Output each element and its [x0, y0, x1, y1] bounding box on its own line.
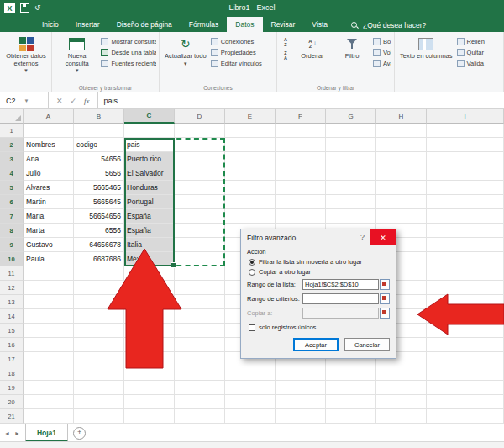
- cell-H6[interactable]: [376, 195, 427, 209]
- cell-C13[interactable]: [124, 295, 175, 309]
- cell-G5[interactable]: [326, 181, 376, 195]
- criteria-range-input[interactable]: [302, 293, 379, 304]
- column-header-G[interactable]: G: [326, 109, 376, 124]
- sort-az-button[interactable]: AZ: [281, 38, 291, 47]
- cell-G7[interactable]: [326, 209, 376, 224]
- row-header-9[interactable]: 9: [0, 238, 24, 252]
- row-header-4[interactable]: 4: [0, 166, 24, 181]
- cell-C9[interactable]: Italia: [124, 238, 175, 252]
- cell-G1[interactable]: [326, 124, 376, 138]
- column-header-B[interactable]: B: [74, 109, 124, 124]
- range-selector-icon[interactable]: [380, 293, 390, 304]
- row-header-15[interactable]: 15: [0, 324, 24, 338]
- cell-E19[interactable]: [225, 381, 276, 395]
- edit-links-button[interactable]: Editar vínculos: [211, 60, 262, 67]
- cell-A11[interactable]: [24, 266, 74, 281]
- cell-E20[interactable]: [225, 395, 276, 409]
- cell-A2[interactable]: Nombres: [24, 138, 74, 152]
- row-header-20[interactable]: 20: [0, 395, 24, 409]
- tab-revisar[interactable]: Revisar: [263, 17, 304, 32]
- cell-C5[interactable]: Honduras: [124, 181, 175, 195]
- cell-A15[interactable]: [24, 324, 74, 338]
- cell-A20[interactable]: [24, 395, 74, 409]
- cell-B13[interactable]: [74, 295, 124, 309]
- cell-B3[interactable]: 54656: [74, 152, 124, 166]
- cell-F1[interactable]: [276, 124, 326, 138]
- cell-I4[interactable]: [427, 166, 504, 181]
- cell-D10[interactable]: [175, 252, 225, 266]
- cell-G20[interactable]: [326, 395, 376, 409]
- cell-H7[interactable]: [376, 209, 427, 224]
- cell-I3[interactable]: [427, 152, 504, 166]
- cell-B16[interactable]: [74, 338, 124, 352]
- cell-C20[interactable]: [124, 395, 175, 409]
- cell-E18[interactable]: [225, 366, 276, 381]
- remove-duplicates-button[interactable]: Quitar: [457, 49, 485, 56]
- refresh-all-button[interactable]: ↻ Actualizar todo ▼: [163, 34, 208, 82]
- cell-B7[interactable]: 56654656: [74, 209, 124, 224]
- cell-B1[interactable]: [74, 124, 124, 138]
- copy-to-option[interactable]: Copiar a otro lugar: [249, 268, 390, 276]
- row-header-12[interactable]: 12: [0, 281, 24, 295]
- tab-insertar[interactable]: Insertar: [67, 17, 108, 32]
- cell-C18[interactable]: [124, 366, 175, 381]
- cell-I15[interactable]: [427, 324, 504, 338]
- row-header-8[interactable]: 8: [0, 224, 24, 238]
- cell-E4[interactable]: [225, 166, 276, 181]
- cell-I2[interactable]: [427, 138, 504, 152]
- cell-B4[interactable]: 5656: [74, 166, 124, 181]
- list-range-input[interactable]: Hoja1!$C$2:$D$10: [302, 279, 379, 290]
- cell-A4[interactable]: Julio: [24, 166, 74, 181]
- cell-G21[interactable]: [326, 409, 376, 424]
- cell-D15[interactable]: [175, 324, 225, 338]
- tab-formulas[interactable]: Fórmulas: [181, 17, 227, 32]
- column-header-D[interactable]: D: [175, 109, 225, 124]
- get-external-data-button[interactable]: Obtener datos externos ▼: [3, 34, 49, 82]
- accept-button[interactable]: Aceptar: [293, 338, 339, 351]
- column-header-F[interactable]: F: [276, 109, 326, 124]
- cell-I13[interactable]: [427, 295, 504, 309]
- cell-C10[interactable]: México: [124, 252, 175, 266]
- cell-H18[interactable]: [376, 366, 427, 381]
- cell-A8[interactable]: Marta: [24, 224, 74, 238]
- cell-C6[interactable]: Portugal: [124, 195, 175, 209]
- row-header-18[interactable]: 18: [0, 366, 24, 381]
- row-header-7[interactable]: 7: [0, 209, 24, 224]
- cell-C3[interactable]: Puerto rico: [124, 152, 175, 166]
- range-selector-icon[interactable]: [380, 279, 390, 290]
- new-query-button[interactable]: Nueva consulta ▼: [55, 34, 98, 82]
- cell-D3[interactable]: [175, 152, 225, 166]
- cell-I9[interactable]: [427, 238, 504, 252]
- properties-button[interactable]: Propiedades: [211, 49, 262, 56]
- cell-C8[interactable]: España: [124, 224, 175, 238]
- row-header-13[interactable]: 13: [0, 295, 24, 309]
- cell-D21[interactable]: [175, 409, 225, 424]
- cell-A3[interactable]: Ana: [24, 152, 74, 166]
- cell-D14[interactable]: [175, 309, 225, 324]
- cell-F19[interactable]: [276, 381, 326, 395]
- cell-F6[interactable]: [276, 195, 326, 209]
- row-header-3[interactable]: 3: [0, 152, 24, 166]
- sort-button[interactable]: AZ↓ Ordenar: [294, 34, 331, 82]
- cell-A16[interactable]: [24, 338, 74, 352]
- sheet-tab-hoja1[interactable]: Hoja1: [25, 424, 68, 442]
- cell-A17[interactable]: [24, 352, 74, 366]
- cell-D11[interactable]: [175, 266, 225, 281]
- cell-E5[interactable]: [225, 181, 276, 195]
- cell-I7[interactable]: [427, 209, 504, 224]
- cell-A19[interactable]: [24, 381, 74, 395]
- column-header-A[interactable]: A: [24, 109, 74, 124]
- cell-A5[interactable]: Alvares: [24, 181, 74, 195]
- cell-I1[interactable]: [427, 124, 504, 138]
- clear-filter-button[interactable]: Borrar: [373, 38, 391, 45]
- connections-button[interactable]: Conexiones: [211, 38, 262, 45]
- cell-A12[interactable]: [24, 281, 74, 295]
- cell-B11[interactable]: [74, 266, 124, 281]
- cell-G18[interactable]: [326, 366, 376, 381]
- unique-records-checkbox[interactable]: solo registros únicos: [249, 324, 390, 331]
- cell-A10[interactable]: Paula: [24, 252, 74, 266]
- cell-F21[interactable]: [276, 409, 326, 424]
- flash-fill-button[interactable]: Rellen: [457, 38, 485, 45]
- cell-I10[interactable]: [427, 252, 504, 266]
- cell-B14[interactable]: [74, 309, 124, 324]
